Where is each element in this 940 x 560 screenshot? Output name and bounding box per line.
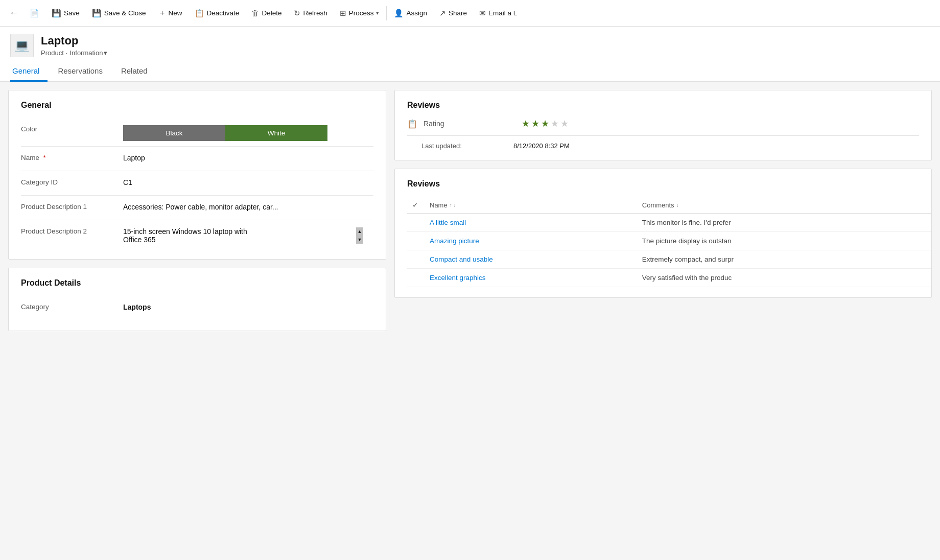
review-name-1[interactable]: A little small [425,214,637,232]
email-icon: ✉ [479,9,486,18]
breadcrumb-section-dropdown[interactable]: Information ▾ [69,49,107,57]
review-row-4: Excellent graphics Very satisfied with t… [407,269,931,287]
review-name-3[interactable]: Compact and usable [425,250,637,269]
right-column: Reviews 📋 Rating ★ ★ ★ ★ ★ Last updated:… [394,90,932,552]
color-white-button[interactable]: White [225,125,327,141]
rating-icon: 📋 [407,119,417,129]
refresh-button[interactable]: ↻ Refresh [288,0,333,27]
category-id-row: Category ID C1 [21,171,373,196]
reviews-divider [407,135,919,136]
product-desc-2-value[interactable]: 15-inch screen Windows 10 laptop withOff… [123,225,373,244]
product-details-card: Product Details Category Laptops [8,268,386,331]
product-desc-1-label: Product Description 1 [21,201,123,211]
entity-title: Laptop [41,34,107,48]
product-desc-1-value[interactable]: Accessories: Power cable, monitor adapte… [123,201,373,211]
name-row: Name * Laptop [21,147,373,171]
color-row: Color Black White [21,118,373,147]
col-check-header: ✓ [407,197,425,214]
back-icon: ← [9,8,18,18]
reviews-table-title: Reviews [407,179,931,189]
name-value[interactable]: Laptop [123,152,373,162]
rating-stars: ★ ★ ★ ★ ★ [522,118,569,129]
general-card-title: General [21,101,373,110]
review-comment-2: The picture display is outstan [637,232,931,250]
breadcrumb-parent[interactable]: Product [41,49,64,57]
color-value: Black White [123,123,373,141]
deactivate-icon: 📋 [195,9,204,18]
review-comment-1: This monitor is fine. I'd prefer [637,214,931,232]
assign-button[interactable]: 👤 Assign [388,0,433,27]
email-button[interactable]: ✉ Email a L [473,0,523,27]
tab-related[interactable]: Related [119,61,156,82]
toolbar-divider [386,6,387,20]
review-name-4[interactable]: Excellent graphics [425,269,637,287]
share-button[interactable]: ↗ Share [433,0,473,27]
entity-icon: 💻 [10,34,34,57]
save-close-button[interactable]: 💾 Save & Close [86,0,152,27]
reviews-table-card: Reviews ✓ Name ↑ ↓ [394,169,932,298]
product-desc-2-label: Product Description 2 [21,225,123,235]
delete-icon: 🗑 [251,9,259,17]
review-row-1: A little small This monitor is fine. I'd… [407,214,931,232]
delete-button[interactable]: 🗑 Delete [245,0,288,27]
reviews-table-header: ✓ Name ↑ ↓ Comments ↓ [407,197,931,214]
reviews-rating-card: Reviews 📋 Rating ★ ★ ★ ★ ★ Last updated:… [394,90,932,160]
back-button[interactable]: ← [4,0,24,27]
category-value[interactable]: Laptops [123,301,373,311]
review-row-2: Amazing picture The picture display is o… [407,232,931,250]
scroll-down-arrow[interactable]: ▼ [356,236,363,244]
comments-sort-control[interactable]: Comments ↓ [642,201,679,209]
reviews-table-body: A little small This monitor is fine. I'd… [407,214,931,287]
scrollbar-track[interactable]: ▲ ▼ [356,227,363,244]
breadcrumb-separator: · [66,49,68,57]
tab-general[interactable]: General [10,61,48,82]
star-2: ★ [531,118,539,129]
left-column: General Color Black White Name * Laptop [8,90,386,552]
name-sort-control[interactable]: Name ↑ ↓ [430,201,456,209]
reviews-table: ✓ Name ↑ ↓ Comments ↓ [407,197,931,287]
star-3: ★ [541,118,549,129]
category-id-label: Category ID [21,176,123,186]
review-name-2[interactable]: Amazing picture [425,232,637,250]
general-card: General Color Black White Name * Laptop [8,90,386,260]
last-updated-value: 8/12/2020 8:32 PM [513,142,570,150]
process-icon: ⊞ [340,9,346,18]
process-dropdown-icon: ▾ [376,10,379,16]
scroll-up-arrow[interactable]: ▲ [356,227,363,236]
name-sort-arrows[interactable]: ↑ ↓ [450,202,456,208]
product-desc-2-content: 15-inch screen Windows 10 laptop withOff… [123,227,363,244]
check-cell-1[interactable] [407,214,425,232]
check-cell-2[interactable] [407,232,425,250]
check-cell-3[interactable] [407,250,425,269]
review-row-3: Compact and usable Extremely compact, an… [407,250,931,269]
comments-sort-arrow[interactable]: ↓ [676,202,679,208]
product-details-title: Product Details [21,278,373,288]
tab-reservations[interactable]: Reservations [56,61,111,82]
new-button[interactable]: ＋ New [152,0,189,27]
checkmark-icon: ✓ [412,201,418,209]
breadcrumb-dropdown-icon: ▾ [104,49,107,57]
review-comment-3: Extremely compact, and surpr [637,250,931,269]
assign-icon: 👤 [394,9,404,18]
name-label: Name * [21,152,123,161]
refresh-icon: ↻ [294,9,300,18]
save-close-icon: 💾 [92,9,102,18]
document-icon-button[interactable]: 📄 [24,0,45,27]
main-content: General Color Black White Name * Laptop [0,82,940,560]
deactivate-button[interactable]: 📋 Deactivate [189,0,246,27]
star-1: ★ [522,118,530,129]
process-button[interactable]: ⊞ Process ▾ [334,0,386,27]
required-indicator: * [43,154,46,161]
color-label: Color [21,123,123,133]
star-4: ★ [551,118,559,129]
col-comments-header: Comments ↓ [637,197,931,214]
review-comment-4: Very satisfied with the produc [637,269,931,287]
share-icon: ↗ [439,9,446,18]
color-black-button[interactable]: Black [123,125,225,141]
product-desc-1-row: Product Description 1 Accessories: Power… [21,196,373,220]
save-button[interactable]: 💾 Save [45,0,86,27]
category-row: Category Laptops [21,296,373,320]
rating-label: Rating [424,120,515,128]
category-id-value[interactable]: C1 [123,176,373,186]
check-cell-4[interactable] [407,269,425,287]
